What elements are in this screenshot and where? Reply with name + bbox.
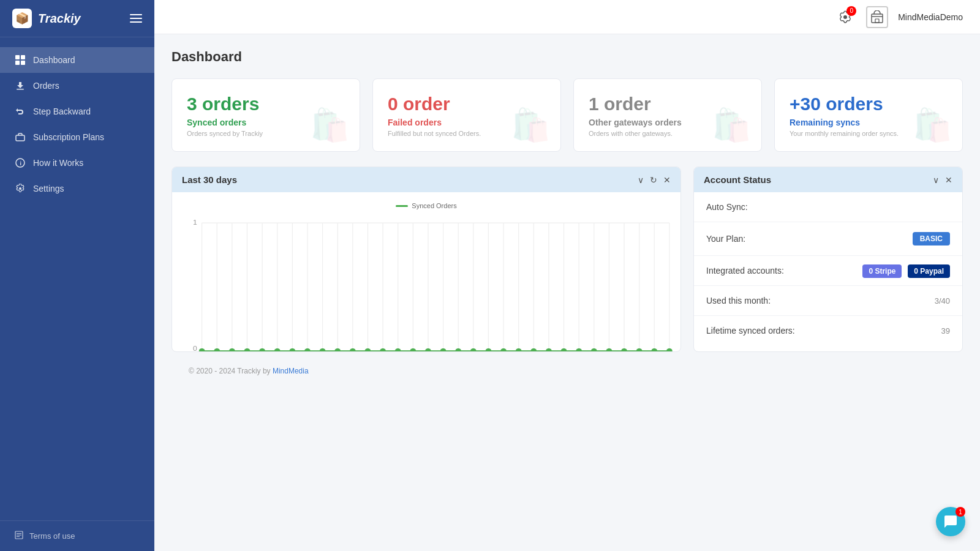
lifetime-synced-value: 39: [941, 326, 950, 335]
account-title: Account Status: [704, 174, 771, 185]
account-header-actions: ∨ ✕: [933, 175, 952, 185]
stat-card-synced: 3 orders Synced orders Orders synced by …: [172, 78, 360, 152]
chart-header-actions: ∨ ↻ ✕: [638, 175, 671, 185]
page-content: Dashboard 3 orders Synced orders Orders …: [154, 34, 980, 400]
chat-badge: 1: [956, 507, 965, 517]
gear-badge: 0: [846, 6, 856, 16]
info-icon: i: [15, 157, 26, 168]
lifetime-synced-row: Lifetime synced orders: 39: [694, 316, 962, 345]
used-this-month-label: Used this month:: [706, 296, 771, 305]
svg-rect-3: [21, 61, 25, 65]
sidebar-logo: 📦 Trackiy: [0, 0, 154, 37]
account-header: Account Status ∨ ✕: [694, 167, 962, 192]
svg-text:i: i: [20, 160, 22, 167]
svg-point-96: [410, 348, 416, 352]
sidebar-item-orders[interactable]: Orders: [0, 73, 154, 99]
collapse-chart-button[interactable]: ∨: [638, 175, 644, 185]
svg-point-95: [395, 348, 401, 352]
svg-point-84: [229, 348, 235, 352]
sidebar-item-label: Orders: [33, 81, 59, 91]
svg-point-92: [350, 348, 356, 352]
bag-icon: 🛍️: [310, 107, 350, 144]
store-name: MindMediaDemo: [898, 12, 963, 22]
svg-rect-2: [15, 61, 20, 65]
close-chart-button[interactable]: ✕: [663, 175, 671, 185]
used-this-month-value: 3/40: [935, 296, 950, 305]
refresh-chart-button[interactable]: ↻: [650, 175, 657, 185]
logo-icon: 📦: [12, 9, 32, 28]
sidebar: 📦 Trackiy Dashboard Orders Step Backwar: [0, 0, 154, 551]
auto-sync-row: Auto Sync:: [694, 192, 962, 222]
plan-badge: BASIC: [913, 232, 950, 246]
svg-point-99: [455, 348, 461, 352]
svg-rect-5: [16, 135, 24, 141]
svg-rect-1: [21, 55, 25, 59]
stat-card-remaining: +30 orders Remaining syncs Your monthly …: [774, 78, 963, 152]
settings-button[interactable]: 0: [834, 6, 856, 28]
sidebar-item-step-backward[interactable]: Step Backward: [0, 99, 154, 124]
chat-button[interactable]: 1: [936, 507, 965, 536]
svg-text:0: 0: [193, 345, 197, 352]
svg-rect-12: [872, 14, 883, 23]
svg-point-107: [576, 348, 582, 352]
svg-point-87: [274, 348, 281, 352]
collapse-account-button[interactable]: ∨: [933, 175, 939, 185]
svg-point-98: [440, 348, 447, 352]
svg-point-110: [621, 348, 627, 352]
svg-point-101: [486, 348, 492, 352]
svg-point-112: [651, 348, 657, 352]
chart-svg: 1 0 21-Feb22-Feb23-Feb24-Feb25-Feb26-Feb…: [179, 213, 673, 352]
svg-point-85: [244, 348, 251, 352]
svg-point-102: [500, 348, 507, 352]
chart-card: Last 30 days ∨ ↻ ✕ Synced Orders 1: [172, 167, 681, 352]
svg-rect-13: [875, 19, 879, 23]
svg-point-90: [320, 348, 326, 352]
briefcase-icon: [15, 132, 26, 143]
sidebar-item-label: How it Works: [33, 158, 83, 168]
auto-sync-label: Auto Sync:: [706, 202, 748, 212]
close-account-button[interactable]: ✕: [945, 175, 952, 185]
sidebar-item-settings[interactable]: Settings: [0, 176, 154, 201]
bag-failed-icon: 🛍️: [511, 107, 551, 144]
bag-remaining-icon: 🛍️: [913, 107, 952, 144]
sidebar-item-label: Step Backward: [33, 107, 91, 116]
bag-other-icon: 🛍️: [712, 107, 752, 144]
terms-link[interactable]: Terms of use: [15, 531, 140, 541]
stat-card-other: 1 order Other gateways orders Orders wit…: [573, 78, 762, 152]
svg-point-94: [380, 348, 386, 352]
footer-link[interactable]: MindMedia: [273, 367, 309, 375]
legend-color: [396, 205, 408, 207]
hamburger-menu[interactable]: [130, 14, 142, 23]
svg-point-103: [516, 348, 522, 352]
svg-point-104: [530, 348, 537, 352]
stripe-badge: 0 Stripe: [862, 264, 902, 278]
svg-point-88: [289, 348, 295, 352]
svg-point-111: [636, 348, 643, 352]
sidebar-item-dashboard[interactable]: Dashboard: [0, 47, 154, 73]
svg-point-91: [334, 348, 341, 352]
integration-badges: 0 Stripe 0 Paypal: [862, 266, 950, 276]
terms-label: Terms of use: [29, 531, 75, 541]
svg-point-113: [666, 348, 673, 352]
svg-point-100: [470, 348, 477, 352]
sidebar-item-subscription[interactable]: Subscription Plans: [0, 124, 154, 150]
svg-point-83: [214, 348, 220, 352]
grid-icon: [15, 54, 26, 66]
sidebar-nav: Dashboard Orders Step Backward Subscript…: [0, 37, 154, 520]
svg-rect-4: [17, 89, 24, 90]
undo-icon: [15, 106, 26, 117]
logo-text: Trackiy: [38, 12, 81, 26]
stat-card-failed: 0 order Failed orders Fulfilled but not …: [372, 78, 561, 152]
download-icon: [15, 80, 26, 91]
header-right: 0 MindMediaDemo: [834, 6, 963, 28]
sidebar-item-label: Subscription Plans: [33, 132, 104, 142]
chart-title: Last 30 days: [182, 174, 237, 185]
svg-point-93: [365, 348, 371, 352]
svg-point-109: [606, 348, 612, 352]
lifetime-synced-label: Lifetime synced orders:: [706, 326, 795, 335]
chart-header: Last 30 days ∨ ↻ ✕: [172, 167, 680, 192]
bottom-row: Last 30 days ∨ ↻ ✕ Synced Orders 1: [172, 167, 963, 352]
document-icon: [15, 531, 23, 541]
svg-point-105: [546, 348, 552, 352]
sidebar-item-how-it-works[interactable]: i How it Works: [0, 150, 154, 176]
